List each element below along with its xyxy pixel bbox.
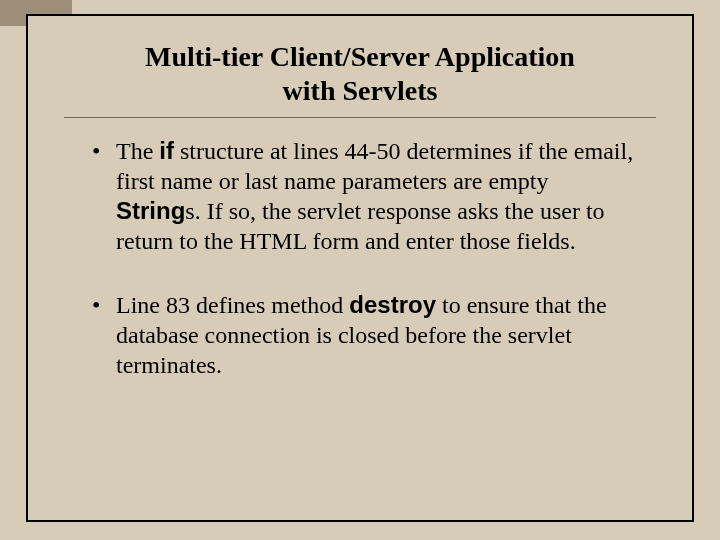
bullet-item: Line 83 defines method destroy to ensure…: [92, 290, 638, 380]
text: Line 83 defines method: [116, 292, 349, 318]
text: structure at lines 44-50 determines if t…: [116, 138, 633, 194]
title-line-1: Multi-tier Client/Server Application: [145, 41, 575, 72]
title-line-2: with Servlets: [283, 75, 438, 106]
keyword-destroy: destroy: [349, 291, 436, 318]
slide: Multi-tier Client/Server Application wit…: [0, 0, 720, 540]
slide-body: Multi-tier Client/Server Application wit…: [26, 14, 694, 522]
keyword-string: String: [116, 197, 185, 224]
text: s. If so, the servlet response asks the …: [116, 198, 605, 254]
bullet-list: The if structure at lines 44-50 determin…: [92, 136, 638, 380]
bullet-item: The if structure at lines 44-50 determin…: [92, 136, 638, 256]
title-divider: [64, 117, 656, 118]
keyword-if: if: [159, 137, 174, 164]
text: The: [116, 138, 159, 164]
slide-title: Multi-tier Client/Server Application wit…: [64, 40, 656, 107]
